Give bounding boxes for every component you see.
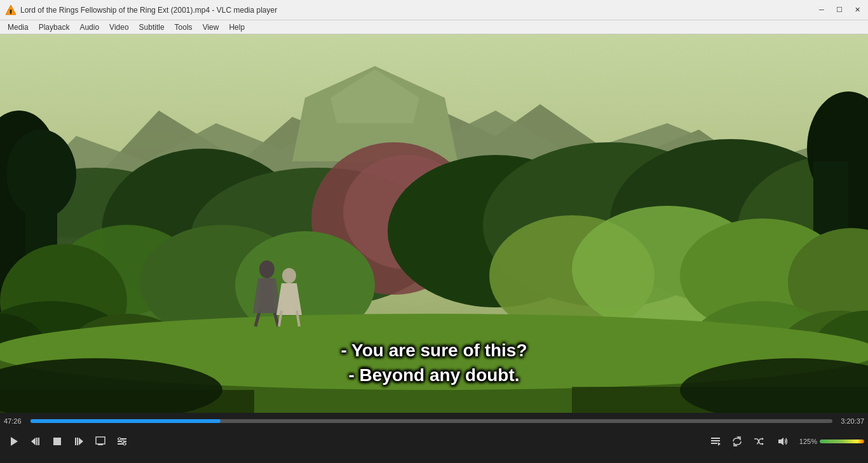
svg-marker-56 bbox=[11, 437, 18, 446]
svg-point-48 bbox=[282, 268, 296, 283]
window-title: Lord of the Rings Fellowship of the Ring… bbox=[20, 6, 863, 15]
menu-help[interactable]: Help bbox=[224, 20, 250, 34]
titlebar: Lord of the Rings Fellowship of the Ring… bbox=[0, 0, 868, 20]
svg-marker-63 bbox=[79, 438, 83, 445]
stop-icon bbox=[52, 436, 62, 446]
loop-icon bbox=[732, 436, 742, 446]
svg-marker-75 bbox=[718, 442, 721, 446]
prev-icon bbox=[31, 436, 41, 446]
menu-media[interactable]: Media bbox=[3, 20, 34, 34]
shuffle-button[interactable] bbox=[749, 431, 769, 452]
menubar: Media Playback Audio Video Subtitle Tool… bbox=[0, 20, 868, 34]
svg-rect-72 bbox=[711, 438, 720, 439]
svg-point-43 bbox=[259, 260, 275, 278]
volume-bar[interactable] bbox=[820, 440, 864, 443]
svg-point-20 bbox=[6, 130, 76, 218]
volume-icon bbox=[778, 436, 788, 446]
svg-rect-61 bbox=[75, 438, 76, 445]
svg-rect-62 bbox=[77, 438, 78, 445]
menu-subtitle[interactable]: Subtitle bbox=[134, 20, 170, 34]
svg-rect-64 bbox=[96, 437, 105, 444]
stop-button[interactable] bbox=[47, 431, 67, 452]
menu-view[interactable]: View bbox=[198, 20, 224, 34]
seek-row: 47:26 3:20:37 bbox=[4, 415, 864, 427]
vlc-icon bbox=[5, 4, 17, 16]
close-button[interactable]: ✕ bbox=[849, 3, 865, 17]
menu-playback[interactable]: Playback bbox=[34, 20, 75, 34]
settings-icon bbox=[117, 436, 127, 446]
volume-bar-fill bbox=[820, 440, 864, 443]
window-controls: ─ ☐ ✕ bbox=[813, 3, 865, 17]
menu-video[interactable]: Video bbox=[104, 20, 133, 34]
controls-row: 125% bbox=[4, 429, 864, 454]
volume-percentage: 125% bbox=[796, 438, 817, 445]
fullscreen-button[interactable] bbox=[90, 431, 111, 452]
svg-rect-73 bbox=[711, 440, 720, 441]
volume-area: 125% bbox=[773, 431, 864, 452]
extended-settings-button[interactable] bbox=[112, 431, 132, 452]
seek-bar-fill bbox=[31, 419, 220, 423]
video-player[interactable]: - You are sure of this? - Beyond any dou… bbox=[0, 34, 868, 413]
subtitle-line-2: - Beyond any doubt. bbox=[341, 363, 527, 387]
svg-marker-79 bbox=[762, 438, 764, 440]
svg-rect-65 bbox=[98, 444, 103, 445]
subtitle-line-1: - You are sure of this? bbox=[341, 338, 527, 363]
volume-button[interactable] bbox=[773, 431, 793, 452]
svg-rect-58 bbox=[36, 438, 37, 445]
prev-chapter-button[interactable] bbox=[25, 431, 46, 452]
svg-point-71 bbox=[123, 443, 126, 445]
time-total: 3:20:37 bbox=[836, 417, 864, 425]
time-current: 47:26 bbox=[4, 417, 27, 425]
subtitle-overlay: - You are sure of this? - Beyond any dou… bbox=[341, 338, 527, 387]
svg-point-70 bbox=[121, 440, 124, 443]
menu-audio[interactable]: Audio bbox=[74, 20, 104, 34]
svg-marker-81 bbox=[778, 438, 783, 445]
next-icon bbox=[74, 436, 84, 446]
svg-rect-74 bbox=[711, 443, 717, 444]
svg-point-2 bbox=[10, 12, 11, 13]
seek-bar[interactable] bbox=[31, 419, 832, 423]
play-button[interactable] bbox=[4, 431, 24, 452]
controls-area: 47:26 3:20:37 bbox=[0, 413, 868, 463]
svg-rect-59 bbox=[38, 438, 39, 445]
fullscreen-icon bbox=[95, 436, 105, 446]
svg-marker-57 bbox=[31, 438, 36, 445]
playlist-icon bbox=[710, 436, 721, 446]
menu-tools[interactable]: Tools bbox=[170, 20, 198, 34]
playlist-button[interactable] bbox=[705, 431, 726, 452]
shuffle-icon bbox=[754, 436, 764, 446]
minimize-button[interactable]: ─ bbox=[813, 3, 830, 17]
svg-point-69 bbox=[118, 438, 121, 440]
svg-rect-1 bbox=[10, 10, 12, 13]
svg-marker-80 bbox=[762, 443, 764, 445]
svg-rect-60 bbox=[53, 438, 61, 445]
loop-button[interactable] bbox=[727, 431, 747, 452]
maximize-button[interactable]: ☐ bbox=[831, 3, 848, 17]
next-button[interactable] bbox=[69, 431, 89, 452]
play-icon bbox=[9, 436, 19, 446]
